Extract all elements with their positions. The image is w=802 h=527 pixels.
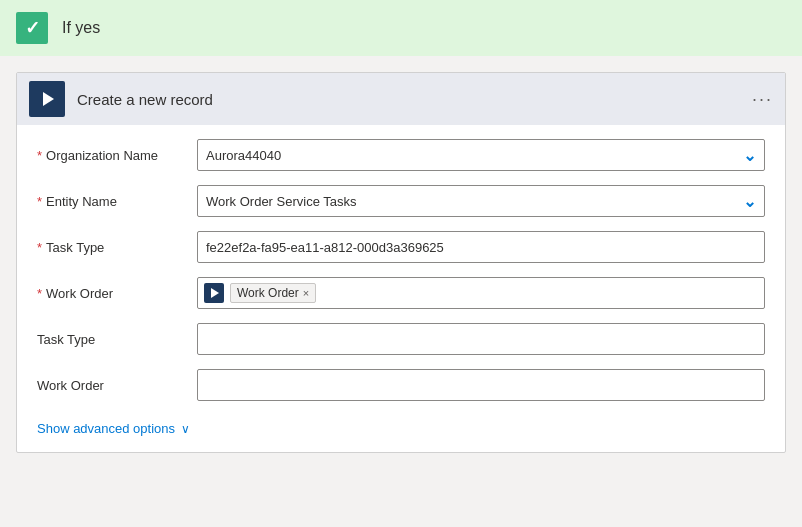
work-order-tag: Work Order ×: [230, 283, 316, 303]
tag-play-icon: [211, 288, 219, 298]
entity-name-dropdown[interactable]: Work Order Service Tasks ⌄: [197, 185, 765, 217]
work-order-optional-input[interactable]: [197, 369, 765, 401]
work-order-tag-input[interactable]: Work Order ×: [197, 277, 765, 309]
card-menu-button[interactable]: ···: [752, 89, 773, 110]
organization-name-dropdown[interactable]: Aurora44040 ⌄: [197, 139, 765, 171]
if-yes-header: ✓ If yes: [0, 0, 802, 56]
entity-name-row: *Entity Name Work Order Service Tasks ⌄: [37, 183, 765, 219]
form-body: *Organization Name Aurora44040 ⌄ *Entity…: [17, 125, 785, 452]
advanced-options-chevron-icon: ∨: [181, 422, 190, 436]
card-logo-icon: [29, 81, 65, 117]
required-star: *: [37, 148, 42, 163]
organization-name-label: *Organization Name: [37, 148, 197, 163]
task-type-value: fe22ef2a-fa95-ea11-a812-000d3a369625: [206, 240, 444, 255]
card-header: Create a new record ···: [17, 73, 785, 125]
organization-name-row: *Organization Name Aurora44040 ⌄: [37, 137, 765, 173]
card-title: Create a new record: [77, 91, 740, 108]
play-triangle-icon: [43, 92, 54, 106]
work-order-tag-remove[interactable]: ×: [303, 287, 309, 299]
check-icon: ✓: [16, 12, 48, 44]
organization-name-field: Aurora44040 ⌄: [197, 139, 765, 171]
work-order-required-field: Work Order ×: [197, 277, 765, 309]
required-star: *: [37, 286, 42, 301]
organization-name-chevron-icon: ⌄: [743, 146, 756, 165]
task-type-required-field: fe22ef2a-fa95-ea11-a812-000d3a369625: [197, 231, 765, 263]
task-type-optional-label: Task Type: [37, 332, 197, 347]
task-type-optional-row: Task Type: [37, 321, 765, 357]
task-type-required-row: *Task Type fe22ef2a-fa95-ea11-a812-000d3…: [37, 229, 765, 265]
show-advanced-options-button[interactable]: Show advanced options ∨: [37, 413, 765, 436]
entity-name-field: Work Order Service Tasks ⌄: [197, 185, 765, 217]
task-type-optional-input[interactable]: [197, 323, 765, 355]
task-type-input[interactable]: fe22ef2a-fa95-ea11-a812-000d3a369625: [197, 231, 765, 263]
advanced-options-label: Show advanced options: [37, 421, 175, 436]
work-order-tag-text: Work Order: [237, 286, 299, 300]
required-star: *: [37, 194, 42, 209]
header-title: If yes: [62, 19, 100, 37]
work-order-required-label: *Work Order: [37, 286, 197, 301]
task-type-optional-field: [197, 323, 765, 355]
entity-name-value: Work Order Service Tasks: [206, 194, 743, 209]
entity-name-chevron-icon: ⌄: [743, 192, 756, 211]
work-order-tag-icon: [204, 283, 224, 303]
entity-name-label: *Entity Name: [37, 194, 197, 209]
task-type-required-label: *Task Type: [37, 240, 197, 255]
organization-name-value: Aurora44040: [206, 148, 743, 163]
required-star: *: [37, 240, 42, 255]
work-order-optional-row: Work Order: [37, 367, 765, 403]
work-order-optional-label: Work Order: [37, 378, 197, 393]
work-order-optional-field: [197, 369, 765, 401]
work-order-required-row: *Work Order Work Order ×: [37, 275, 765, 311]
create-record-card: Create a new record ··· *Organization Na…: [16, 72, 786, 453]
